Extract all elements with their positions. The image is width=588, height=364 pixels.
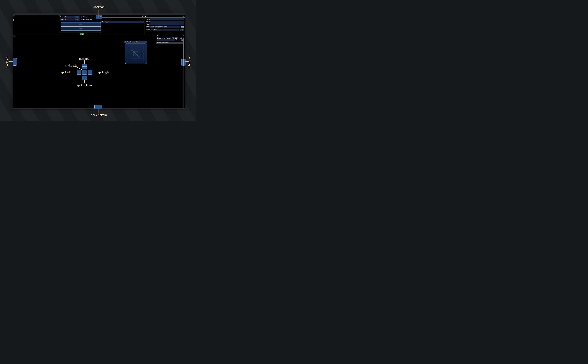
resize-grip[interactable] [145, 63, 147, 64]
octave-input[interactable]: 3 [64, 16, 75, 18]
effect-list-panel: Chip at cursor: Yamaha YM2612 (OPN2) Sea… [156, 34, 185, 109]
step-plus-button[interactable]: + [77, 19, 79, 20]
step-minus-button[interactable]: - [75, 19, 77, 20]
dock-right-target[interactable] [181, 59, 185, 66]
split-bottom-target[interactable] [82, 76, 87, 80]
oscilloscope-waveform [61, 26, 100, 27]
step-button[interactable]: Step [60, 19, 64, 20]
album-label: Album [146, 23, 150, 25]
radio-icon [102, 21, 103, 23]
close-song-info-icon[interactable] [183, 16, 184, 17]
name-label: Name [146, 18, 150, 20]
effect-search-input[interactable] [157, 39, 175, 41]
main-oscilloscope [61, 22, 101, 31]
desktop: Octave 3 - + Step 1 - + ✓ Follow orders … [0, 0, 196, 121]
split-right-target[interactable] [88, 70, 92, 75]
effect-list-scrollbar[interactable] [183, 38, 184, 108]
song-info-panel: Name Author Album System Sega Genesis/Me… [145, 15, 185, 34]
collapse-icon[interactable] [125, 41, 126, 43]
furnace-window: Octave 3 - + Step 1 - + ✓ Follow orders … [13, 13, 185, 109]
name-input[interactable] [150, 18, 184, 20]
split-top-target[interactable] [82, 64, 87, 69]
hamburger-icon [181, 39, 183, 41]
chip-at-cursor-text: Chip at cursor: Yamaha YM2612 (OPN2) [157, 37, 182, 39]
tab-list-icon[interactable] [145, 16, 146, 17]
play-controls-panel: Octave 3 - + Step 1 - + ✓ Follow orders … [59, 15, 101, 34]
instrument-list-item[interactable]: - None - [101, 21, 144, 23]
orders-toolbar [54, 16, 59, 25]
follow-orders-checkbox[interactable]: ✓ [81, 16, 82, 18]
effect-table-header: Name Description [156, 42, 183, 44]
system-auto-button[interactable]: Auto [181, 26, 184, 28]
octave-label: Octave [60, 16, 65, 18]
follow-pattern-checkbox[interactable]: ✓ [81, 19, 82, 20]
follow-pattern-label: Follow pattern [83, 19, 92, 20]
octave-plus-button[interactable]: + [77, 16, 79, 18]
annotation-split-bottom: split bottom [74, 84, 95, 87]
annotation-make-tab: make tab [62, 64, 80, 67]
instruments-panel: - None - [101, 15, 145, 34]
oscilloscope-xy-display [125, 44, 146, 64]
close-effect-list-icon[interactable] [183, 35, 184, 36]
follow-orders-label: Follow orders [83, 16, 91, 18]
annotation-dock-right: dock right [188, 55, 191, 69]
col-name: Name [157, 42, 161, 44]
close-instruments-icon[interactable] [142, 16, 143, 17]
octave-minus-button[interactable]: - [75, 16, 77, 18]
system-input[interactable]: Sega Genesis/Mega Drive [150, 26, 180, 28]
effect-table [156, 44, 184, 109]
annotation-dock-left: dock left [6, 55, 9, 69]
caret-down-icon [100, 16, 101, 17]
oscilloscope-xy-titlebar[interactable]: Oscilloscope (X-Y) [124, 41, 147, 43]
annotation-split-top: split top [74, 57, 95, 60]
split-left-target[interactable] [77, 70, 81, 75]
oscilloscope-xy-title: Oscilloscope (X-Y) [127, 41, 144, 43]
dock-left-target[interactable] [13, 58, 17, 65]
author-label: Author [146, 21, 150, 23]
scrollbar-thumb[interactable] [183, 38, 184, 61]
tuning-minus-button[interactable]: - [180, 29, 182, 31]
step-input[interactable]: 1 [64, 19, 75, 20]
instrument-none-label: - None - [104, 21, 109, 23]
orders-panel [13, 15, 59, 34]
col-description: Description [162, 42, 169, 44]
tuning-label: Tuning (A-4) [146, 29, 154, 31]
expand-channels-button[interactable]: ++ [13, 35, 16, 37]
make-tab-target[interactable] [82, 70, 87, 75]
album-input[interactable] [150, 23, 184, 25]
tuning-input[interactable]: 440 [153, 29, 179, 31]
oscilloscope-xy-window[interactable]: Oscilloscope (X-Y) [124, 41, 147, 64]
tuning-plus-button[interactable]: + [182, 29, 184, 31]
dock-bottom-target[interactable] [94, 105, 102, 109]
annotation-dock-top: dock top [88, 5, 110, 9]
author-input[interactable] [150, 21, 184, 23]
search-label: Search [176, 39, 181, 41]
annotation-dock-bottom: dock bottom [88, 113, 109, 117]
tab-list-icon[interactable] [157, 35, 158, 36]
close-oscilloscope-icon[interactable] [145, 41, 146, 43]
order-row-selected[interactable] [13, 19, 53, 21]
